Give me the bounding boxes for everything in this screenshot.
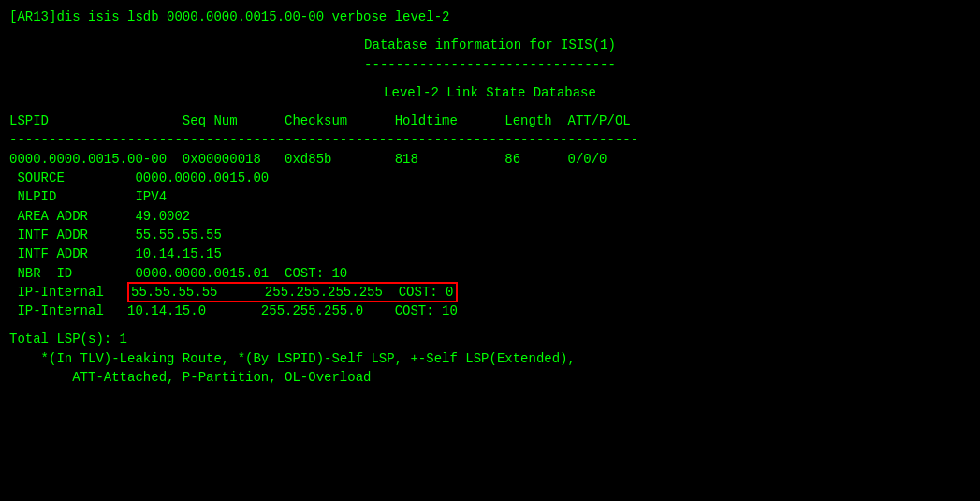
- level-header: Level-2 Link State Database: [9, 83, 971, 102]
- ip-internal-row-2: IP-Internal 10.14.15.0 255.255.255.0 COS…: [9, 302, 971, 320]
- footnote-1: *(In TLV)-Leaking Route, *(By LSPID)-Sel…: [9, 349, 971, 368]
- terminal-window: [AR13]dis isis lsdb 0000.0000.0015.00-00…: [9, 7, 971, 494]
- intf-addr-row-1: INTF ADDR 55.55.55.55: [9, 226, 971, 244]
- nbr-id-row: NBR ID 0000.0000.0015.01 COST: 10: [9, 264, 971, 283]
- ip-internal-row-1: IP-Internal 55.55.55.55 255.255.255.255 …: [9, 283, 971, 302]
- source-row: SOURCE 0000.0000.0015.00: [9, 169, 971, 187]
- ip-internal-label-1: IP-Internal: [9, 285, 127, 300]
- ip-internal-highlighted: 55.55.55.55 255.255.255.255 COST: 0: [127, 282, 457, 302]
- intf-addr-row-2: INTF ADDR 10.14.15.15: [9, 244, 971, 263]
- table-separator: ----------------------------------------…: [9, 130, 971, 149]
- nlpid-row: NLPID IPV4: [9, 187, 971, 206]
- lspid-main-row: 0000.0000.0015.00-00 0x00000018 0xd85b 8…: [9, 150, 971, 169]
- command-line: [AR13]dis isis lsdb 0000.0000.0015.00-00…: [9, 7, 971, 26]
- total-lsp: Total LSP(s): 1: [9, 330, 971, 348]
- footnote-2: ATT-Attached, P-Partition, OL-Overload: [9, 368, 971, 387]
- db-header: Database information for ISIS(1): [9, 36, 971, 54]
- table-header: LSPID Seq Num Checksum Holdtime Length A…: [9, 111, 971, 130]
- db-separator: --------------------------------: [9, 55, 971, 74]
- area-addr-row: AREA ADDR 49.0002: [9, 207, 971, 226]
